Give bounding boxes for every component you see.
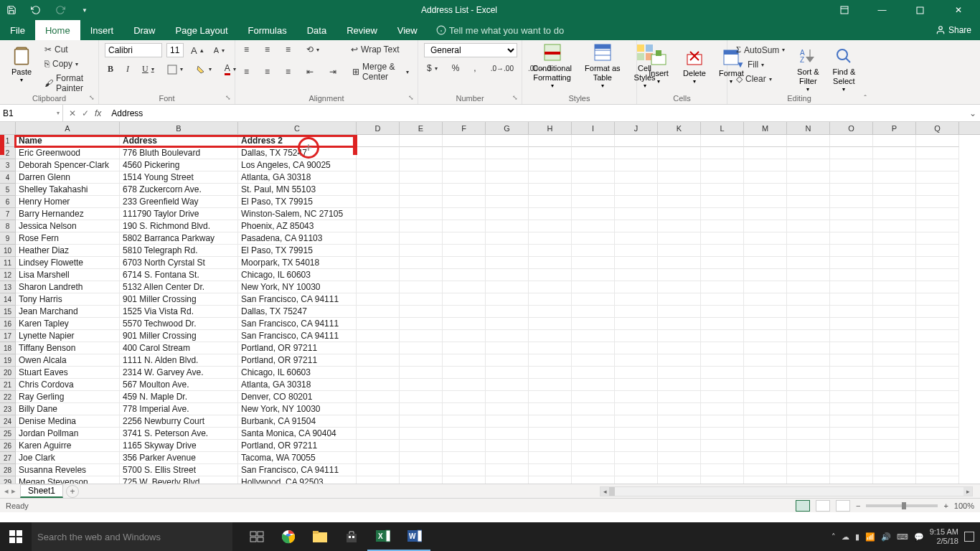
cell[interactable] bbox=[572, 403, 615, 415]
cell[interactable] bbox=[658, 159, 701, 171]
cell[interactable] bbox=[916, 232, 959, 245]
cell[interactable]: 5700 S. Ellis Street bbox=[120, 464, 238, 476]
cell[interactable] bbox=[787, 452, 830, 464]
cell[interactable] bbox=[787, 220, 830, 232]
cell[interactable] bbox=[400, 293, 443, 306]
row-header[interactable]: 28 bbox=[0, 464, 16, 476]
find-select-button[interactable]: Find & Select▾ bbox=[828, 43, 859, 95]
cell[interactable] bbox=[701, 281, 744, 293]
cell[interactable] bbox=[744, 464, 787, 476]
cell[interactable]: 4560 Pickering bbox=[120, 159, 238, 171]
cell[interactable] bbox=[916, 379, 959, 391]
cell[interactable] bbox=[529, 379, 572, 391]
cell[interactable] bbox=[572, 171, 615, 184]
cell[interactable] bbox=[830, 232, 873, 245]
cut-button[interactable]: ✂Cut bbox=[42, 43, 93, 56]
cell[interactable] bbox=[529, 147, 572, 159]
cell[interactable] bbox=[486, 391, 529, 403]
cell[interactable] bbox=[873, 184, 916, 196]
col-header-B[interactable]: B bbox=[120, 122, 238, 134]
cell[interactable] bbox=[486, 184, 529, 196]
cell[interactable] bbox=[744, 403, 787, 415]
cell[interactable] bbox=[916, 196, 959, 208]
cell[interactable] bbox=[658, 476, 701, 484]
cell[interactable] bbox=[873, 403, 916, 415]
cell[interactable] bbox=[916, 415, 959, 428]
cell[interactable] bbox=[357, 306, 400, 318]
cell[interactable] bbox=[787, 476, 830, 484]
save-icon[interactable] bbox=[6, 4, 17, 16]
cell[interactable] bbox=[486, 342, 529, 354]
cell[interactable] bbox=[787, 245, 830, 257]
cell[interactable] bbox=[916, 293, 959, 306]
cell[interactable] bbox=[744, 367, 787, 379]
col-header-P[interactable]: P bbox=[873, 122, 916, 134]
cell[interactable] bbox=[701, 403, 744, 415]
cell[interactable]: San Francisco, CA 94111 bbox=[238, 318, 357, 330]
cell[interactable] bbox=[529, 196, 572, 208]
cell[interactable] bbox=[658, 464, 701, 476]
cell[interactable]: 459 N. Maple Dr. bbox=[120, 391, 238, 403]
bold-button[interactable]: B bbox=[105, 62, 116, 76]
cell[interactable]: Tacoma, WA 70055 bbox=[238, 452, 357, 464]
copy-button[interactable]: ⎘Copy ▾ bbox=[42, 57, 93, 70]
cell[interactable]: Joe Clark bbox=[16, 452, 120, 464]
redo-icon[interactable] bbox=[55, 4, 66, 16]
cell[interactable] bbox=[486, 220, 529, 232]
col-header-Q[interactable]: Q bbox=[916, 122, 959, 134]
cell[interactable] bbox=[787, 403, 830, 415]
cell[interactable] bbox=[357, 403, 400, 415]
cell[interactable] bbox=[357, 196, 400, 208]
fx-icon[interactable]: fx bbox=[95, 108, 101, 118]
cell[interactable] bbox=[787, 354, 830, 367]
cell[interactable]: Denver, CO 80201 bbox=[238, 391, 357, 403]
cell[interactable] bbox=[916, 342, 959, 354]
cell[interactable] bbox=[916, 184, 959, 196]
cell[interactable] bbox=[830, 184, 873, 196]
cell[interactable]: 776 Bluth Boulevard bbox=[120, 147, 238, 159]
cell[interactable] bbox=[486, 403, 529, 415]
cell[interactable] bbox=[400, 428, 443, 440]
cell[interactable]: Portland, OR 97211 bbox=[238, 354, 357, 367]
cell[interactable]: Susanna Reveles bbox=[16, 464, 120, 476]
align-middle-icon[interactable]: ≡ bbox=[262, 43, 273, 56]
cell[interactable] bbox=[443, 452, 486, 464]
cell[interactable] bbox=[400, 440, 443, 452]
cell[interactable] bbox=[615, 452, 658, 464]
cell[interactable] bbox=[529, 391, 572, 403]
cell[interactable] bbox=[615, 135, 658, 147]
cell[interactable] bbox=[873, 464, 916, 476]
cell[interactable] bbox=[443, 220, 486, 232]
cell[interactable] bbox=[701, 440, 744, 452]
row-header[interactable]: 11 bbox=[0, 257, 16, 269]
cell[interactable] bbox=[787, 440, 830, 452]
cell[interactable] bbox=[658, 367, 701, 379]
row-header[interactable]: 26 bbox=[0, 440, 16, 452]
cell[interactable] bbox=[357, 464, 400, 476]
cell[interactable] bbox=[744, 159, 787, 171]
cell[interactable]: Denise Medina bbox=[16, 415, 120, 428]
cell[interactable]: Tiffany Benson bbox=[16, 342, 120, 354]
cell[interactable] bbox=[830, 245, 873, 257]
cell[interactable]: Address bbox=[120, 135, 238, 147]
cell[interactable]: Tony Harris bbox=[16, 293, 120, 306]
underline-button[interactable]: U ▾ bbox=[139, 62, 157, 76]
cell[interactable] bbox=[916, 281, 959, 293]
cell[interactable] bbox=[443, 184, 486, 196]
cell[interactable] bbox=[529, 415, 572, 428]
cell[interactable] bbox=[873, 367, 916, 379]
cell[interactable] bbox=[400, 135, 443, 147]
cell[interactable] bbox=[357, 184, 400, 196]
cell[interactable] bbox=[787, 391, 830, 403]
comma-icon[interactable]: , bbox=[471, 62, 479, 75]
italic-button[interactable]: I bbox=[123, 62, 132, 76]
col-header-N[interactable]: N bbox=[787, 122, 830, 134]
tab-file[interactable]: File bbox=[0, 20, 35, 40]
cell[interactable] bbox=[443, 281, 486, 293]
cell[interactable] bbox=[744, 415, 787, 428]
cell[interactable] bbox=[830, 415, 873, 428]
col-header-C[interactable]: C bbox=[238, 122, 357, 134]
cell[interactable] bbox=[529, 428, 572, 440]
cell[interactable] bbox=[357, 476, 400, 484]
cell[interactable] bbox=[701, 306, 744, 318]
